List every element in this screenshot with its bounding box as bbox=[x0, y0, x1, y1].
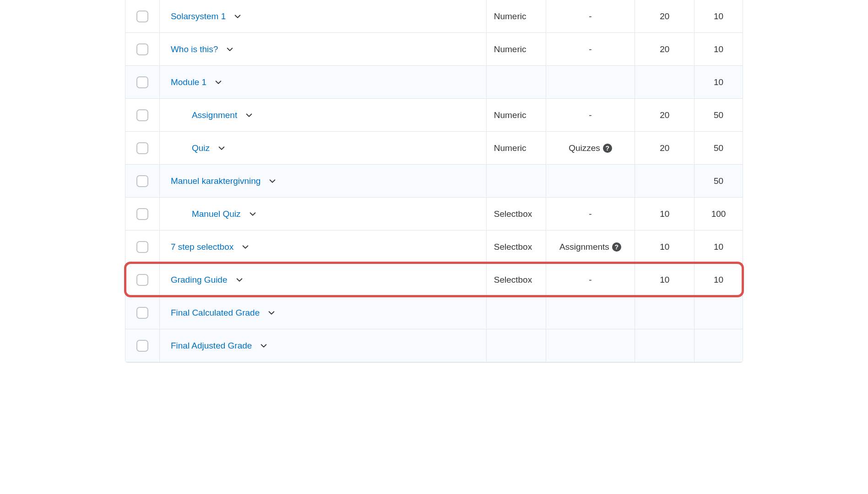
chevron-down-icon[interactable] bbox=[268, 309, 275, 317]
max-points-value: 20 bbox=[660, 143, 669, 153]
association-cell: Assignments? bbox=[546, 231, 635, 263]
item-link[interactable]: Module 1 bbox=[171, 77, 206, 87]
item-link[interactable]: Solarsystem 1 bbox=[171, 11, 226, 21]
chevron-down-icon[interactable] bbox=[236, 276, 243, 284]
type-cell: Numeric bbox=[487, 33, 546, 65]
type-value: Numeric bbox=[494, 44, 526, 54]
item-link[interactable]: Assignment bbox=[192, 110, 237, 120]
table-row: 7 step selectboxSelectboxAssignments?101… bbox=[125, 231, 743, 263]
chevron-down-icon[interactable] bbox=[260, 342, 267, 349]
weight-cell: 50 bbox=[694, 99, 743, 131]
association-cell: - bbox=[546, 0, 635, 32]
name-cell: Grading Guide bbox=[160, 263, 487, 296]
association-cell bbox=[546, 165, 635, 197]
help-icon[interactable]: ? bbox=[603, 144, 612, 153]
type-cell: Numeric bbox=[487, 99, 546, 131]
checkbox-cell bbox=[125, 33, 160, 65]
chevron-down-icon[interactable] bbox=[245, 112, 253, 119]
item-link[interactable]: Grading Guide bbox=[171, 275, 228, 285]
chevron-down-icon[interactable] bbox=[234, 13, 241, 20]
association-value: - bbox=[589, 44, 591, 54]
chevron-down-icon[interactable] bbox=[249, 210, 256, 218]
max-points-value: 20 bbox=[660, 110, 669, 120]
type-cell: Selectbox bbox=[487, 263, 546, 296]
row-checkbox[interactable] bbox=[136, 241, 148, 253]
help-icon[interactable]: ? bbox=[612, 242, 621, 252]
max-points-cell: 20 bbox=[635, 0, 694, 32]
row-checkbox[interactable] bbox=[136, 307, 148, 319]
weight-cell bbox=[694, 329, 743, 362]
table-row: Module 110 bbox=[125, 66, 743, 99]
type-value: Selectbox bbox=[494, 242, 532, 252]
max-points-cell bbox=[635, 329, 694, 362]
table-row: Solarsystem 1Numeric-2010 bbox=[125, 0, 743, 33]
chevron-down-icon[interactable] bbox=[242, 243, 249, 251]
checkbox-cell bbox=[125, 329, 160, 362]
name-cell: Quiz bbox=[160, 132, 487, 164]
type-cell bbox=[487, 66, 546, 98]
association-cell: Quizzes? bbox=[546, 132, 635, 164]
association-cell bbox=[546, 66, 635, 98]
chevron-down-icon[interactable] bbox=[269, 177, 276, 185]
row-checkbox[interactable] bbox=[136, 274, 148, 286]
item-link[interactable]: Quiz bbox=[192, 143, 210, 153]
row-checkbox[interactable] bbox=[136, 340, 148, 352]
type-value: Selectbox bbox=[494, 275, 532, 285]
checkbox-cell bbox=[125, 263, 160, 296]
chevron-down-icon[interactable] bbox=[215, 79, 222, 86]
grades-table: Solarsystem 1Numeric-2010Who is this?Num… bbox=[125, 0, 743, 363]
weight-value: 10 bbox=[714, 77, 723, 87]
chevron-down-icon[interactable] bbox=[218, 145, 225, 152]
item-link[interactable]: Who is this? bbox=[171, 44, 218, 54]
association-value: Quizzes bbox=[569, 143, 600, 153]
item-link[interactable]: Final Calculated Grade bbox=[171, 308, 260, 318]
type-value: Numeric bbox=[494, 11, 526, 21]
max-points-cell bbox=[635, 66, 694, 98]
max-points-value: 10 bbox=[660, 275, 669, 285]
checkbox-cell bbox=[125, 132, 160, 164]
item-link[interactable]: Final Adjusted Grade bbox=[171, 341, 252, 351]
table-row: Final Calculated Grade bbox=[125, 296, 743, 329]
association-cell: - bbox=[546, 33, 635, 65]
row-checkbox[interactable] bbox=[136, 142, 148, 154]
table-row: Final Adjusted Grade bbox=[125, 329, 743, 362]
chevron-down-icon[interactable] bbox=[226, 46, 233, 53]
weight-value: 10 bbox=[714, 275, 723, 285]
row-checkbox[interactable] bbox=[136, 76, 148, 88]
row-checkbox[interactable] bbox=[136, 109, 148, 121]
name-cell: Module 1 bbox=[160, 66, 487, 98]
checkbox-cell bbox=[125, 165, 160, 197]
type-value: Selectbox bbox=[494, 209, 532, 219]
table-row: Manuel karaktergivning50 bbox=[125, 165, 743, 198]
max-points-cell: 10 bbox=[635, 231, 694, 263]
row-checkbox[interactable] bbox=[136, 175, 148, 187]
weight-value: 10 bbox=[714, 11, 723, 21]
checkbox-cell bbox=[125, 99, 160, 131]
item-link[interactable]: 7 step selectbox bbox=[171, 242, 233, 252]
weight-cell: 10 bbox=[694, 33, 743, 65]
checkbox-cell bbox=[125, 0, 160, 32]
row-checkbox[interactable] bbox=[136, 11, 148, 22]
association-value: - bbox=[589, 110, 591, 120]
weight-value: 100 bbox=[711, 209, 726, 219]
association-cell: - bbox=[546, 99, 635, 131]
association-cell bbox=[546, 329, 635, 362]
type-cell bbox=[487, 165, 546, 197]
table-row: Manuel QuizSelectbox-10100 bbox=[125, 198, 743, 231]
row-checkbox[interactable] bbox=[136, 208, 148, 220]
name-cell: Manuel karaktergivning bbox=[160, 165, 487, 197]
row-checkbox[interactable] bbox=[136, 43, 148, 55]
item-link[interactable]: Manuel karaktergivning bbox=[171, 176, 260, 186]
max-points-cell: 20 bbox=[635, 99, 694, 131]
association-value: - bbox=[589, 209, 591, 219]
checkbox-cell bbox=[125, 296, 160, 329]
type-cell: Selectbox bbox=[487, 198, 546, 230]
max-points-cell: 20 bbox=[635, 132, 694, 164]
checkbox-cell bbox=[125, 231, 160, 263]
table-row: AssignmentNumeric-2050 bbox=[125, 99, 743, 132]
name-cell: Manuel Quiz bbox=[160, 198, 487, 230]
table-row: QuizNumericQuizzes?2050 bbox=[125, 132, 743, 165]
weight-cell: 50 bbox=[694, 165, 743, 197]
type-cell: Numeric bbox=[487, 0, 546, 32]
item-link[interactable]: Manuel Quiz bbox=[192, 209, 241, 219]
